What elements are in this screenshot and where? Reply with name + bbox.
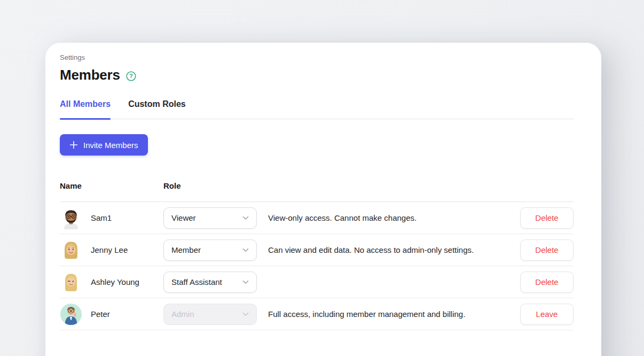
breadcrumb: Settings — [60, 53, 574, 61]
leave-button[interactable]: Leave — [520, 304, 574, 325]
invite-members-button[interactable]: Invite Members — [60, 134, 148, 156]
avatar-jenny-lee — [60, 239, 82, 261]
avatar-peter — [60, 303, 82, 326]
table-row: Jenny Lee Member Can view and edit data.… — [60, 234, 574, 266]
settings-members-card: Settings Members ? All Members Custom Ro… — [45, 43, 601, 356]
role-select-value: Admin — [171, 309, 194, 319]
invite-members-label: Invite Members — [83, 141, 138, 150]
chevron-down-icon — [242, 280, 249, 284]
role-description: Can view and edit data. No access to adm… — [268, 245, 520, 254]
column-header-role: Role — [163, 181, 268, 190]
tab-custom-roles[interactable]: Custom Roles — [128, 99, 186, 119]
chevron-down-icon — [242, 248, 249, 252]
role-select-value: Viewer — [171, 213, 196, 222]
role-select-disabled: Admin — [163, 304, 257, 325]
role-description: Full access, including member management… — [268, 309, 520, 319]
avatar-ashley-young — [60, 271, 82, 293]
page-title: Members — [60, 67, 120, 83]
delete-button[interactable]: Delete — [520, 207, 574, 229]
delete-button[interactable]: Delete — [520, 272, 574, 293]
role-select[interactable]: Staff Assistant — [163, 272, 257, 293]
tab-bar: All Members Custom Roles — [60, 99, 574, 119]
table-row: Ashley Young Staff Assistant Delete — [60, 266, 574, 298]
table-row: Sam1 Viewer View-only access. Cannot mak… — [60, 202, 574, 234]
svg-text:?: ? — [129, 73, 132, 79]
role-select-value: Member — [171, 245, 201, 254]
plus-icon — [69, 141, 78, 149]
member-name: Jenny Lee — [91, 245, 128, 254]
table-row: Peter Admin Full access, including membe… — [60, 298, 574, 330]
avatar-sam1 — [60, 207, 82, 229]
role-description: View-only access. Cannot make changes. — [268, 213, 520, 222]
table-header: Name Role — [60, 181, 574, 202]
tab-all-members[interactable]: All Members — [60, 99, 111, 119]
delete-button[interactable]: Delete — [520, 239, 574, 261]
role-select[interactable]: Member — [163, 239, 257, 261]
help-icon[interactable]: ? — [126, 71, 136, 81]
member-name: Peter — [91, 309, 110, 319]
chevron-down-icon — [242, 312, 249, 316]
role-select-value: Staff Assistant — [171, 277, 222, 287]
column-header-name: Name — [60, 181, 163, 190]
member-name: Ashley Young — [91, 277, 139, 287]
chevron-down-icon — [242, 216, 249, 220]
member-name: Sam1 — [91, 213, 112, 222]
role-select[interactable]: Viewer — [163, 207, 257, 229]
